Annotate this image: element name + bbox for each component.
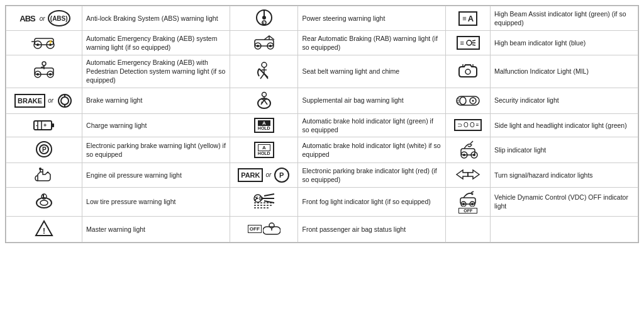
text-cell-5-1: Automatic brake hold indicator light (wh… — [298, 137, 446, 162]
text-cell-2-1: Seat belt warning light and chime — [298, 55, 446, 88]
text-cell-1-1: Rear Automatic Braking (RAB) warning lig… — [298, 31, 446, 55]
icon-cell-6-0 — [6, 162, 82, 187]
svg-line-73 — [470, 141, 473, 144]
icon-cell-0-1: ! ! — [230, 6, 298, 31]
icon-cell-2-1 — [230, 55, 298, 88]
svg-point-53 — [460, 97, 466, 105]
icon-cell-6-1: PARK or P — [230, 162, 298, 187]
svg-point-31 — [262, 62, 267, 67]
svg-rect-96 — [460, 198, 475, 204]
text-cell-1-0: Automatic Emergency Braking (AEB) system… — [82, 31, 230, 55]
icon-cell-3-1: * — [230, 88, 298, 113]
svg-text:⚡: ⚡ — [48, 39, 53, 45]
icon-cell-8-0: ! — [6, 216, 82, 242]
text-cell-3-0: Brake warning light — [82, 88, 230, 113]
icon-cell-3-0: BRAKE or — [6, 88, 82, 113]
text-cell-1-2: High beam indicator light (blue) — [490, 31, 638, 55]
svg-point-44 — [262, 92, 266, 96]
svg-text:+: + — [43, 122, 47, 128]
text-cell-4-0: Charge warning light — [82, 113, 230, 137]
text-cell-0-1: Power steering warning light — [298, 6, 446, 31]
svg-text:P: P — [42, 146, 47, 153]
svg-point-28 — [42, 62, 46, 66]
text-cell-2-0: Automatic Emergency Braking (AEB) with P… — [82, 55, 230, 88]
icon-cell-8-2 — [446, 216, 491, 242]
text-cell-5-0: Electronic parking brake warning light (… — [82, 137, 230, 162]
text-cell-7-1: Front fog light indicator light (if so e… — [298, 187, 446, 216]
icon-cell-5-2 — [446, 137, 491, 162]
text-cell-6-0: Engine oil pressure warning light — [82, 162, 230, 187]
text-cell-5-2: Slip indicator light — [490, 137, 638, 162]
text-cell-6-2: Turn signal/hazard indicator lights — [490, 162, 638, 187]
svg-point-74 — [39, 168, 42, 170]
svg-marker-78 — [468, 170, 479, 179]
svg-line-91 — [264, 201, 274, 203]
svg-point-80 — [40, 200, 48, 205]
svg-point-19 — [467, 40, 472, 45]
text-cell-0-2: High Beam Assist indicator light (green)… — [490, 6, 638, 31]
svg-line-34 — [260, 74, 264, 79]
svg-point-58 — [472, 100, 474, 101]
icon-cell-7-1: ⊁D — [230, 187, 298, 216]
svg-text:-: - — [36, 122, 38, 128]
icon-cell-1-0: ⚡ — [6, 31, 82, 55]
text-cell-0-0: Anti-lock Braking System (ABS) warning l… — [82, 6, 230, 31]
icon-cell-3-2 — [446, 88, 491, 113]
svg-point-39 — [465, 69, 470, 74]
text-cell-7-0: Low tire pressure warning light — [82, 187, 230, 216]
icon-cell-4-2: ⊃OO≡ — [446, 113, 491, 137]
icon-cell-2-2 — [446, 55, 491, 88]
icon-cell-0-0: ABS or (ABS) — [6, 6, 82, 31]
icon-cell-2-0 — [6, 55, 82, 88]
icon-cell-5-0: P — [6, 137, 82, 162]
icon-cell-4-1: A HOLD — [230, 113, 298, 137]
icon-cell-0-2: ≡ A — [446, 6, 491, 31]
svg-point-41 — [61, 97, 69, 105]
icon-cell-7-0: ! ! — [6, 187, 82, 216]
svg-text:!: ! — [43, 193, 45, 200]
text-cell-4-1: Automatic brake hold indicator light (gr… — [298, 113, 446, 137]
svg-line-97 — [471, 191, 474, 193]
svg-text:!: ! — [43, 227, 45, 236]
svg-rect-60 — [52, 123, 54, 127]
svg-point-98 — [472, 193, 474, 195]
icon-cell-1-2: ≡ — [446, 31, 491, 55]
icon-cell-7-2: OFF — [446, 187, 491, 216]
text-cell-3-1: Supplemental air bag warning light — [298, 88, 446, 113]
text-cell-3-2: Security indicator light — [490, 88, 638, 113]
icon-cell-5-1: A HOLD — [230, 137, 298, 162]
text-cell-8-2 — [490, 216, 638, 242]
text-cell-4-2: Side light and headlight indicator light… — [490, 113, 638, 137]
icon-cell-6-2 — [446, 162, 491, 187]
svg-line-90 — [264, 194, 274, 196]
text-cell-8-0: Master warning light — [82, 216, 230, 242]
text-cell-6-1: Electronic parking brake indicator light… — [298, 162, 446, 187]
svg-line-22 — [472, 45, 475, 45]
text-cell-2-2: Malfunction Indicator Light (MIL) — [490, 55, 638, 88]
warning-lights-table: ABS or (ABS) Anti-lock Braking System (A… — [5, 5, 639, 243]
svg-text:!: ! — [263, 21, 265, 26]
svg-marker-77 — [457, 170, 468, 179]
icon-cell-8-1: OFF — [230, 216, 298, 242]
svg-line-49 — [264, 100, 267, 105]
text-cell-8-1: Front passenger air bag status light — [298, 216, 446, 242]
svg-text:P: P — [279, 171, 284, 179]
svg-point-2 — [262, 16, 266, 20]
icon-cell-4-0: - + — [6, 113, 82, 137]
icon-cell-1-1 — [230, 31, 298, 55]
svg-point-102 — [269, 223, 274, 228]
svg-line-30 — [41, 67, 44, 67]
svg-line-21 — [472, 40, 475, 41]
text-cell-7-2: Vehicle Dynamic Control (VDC) OFF indica… — [490, 187, 638, 216]
